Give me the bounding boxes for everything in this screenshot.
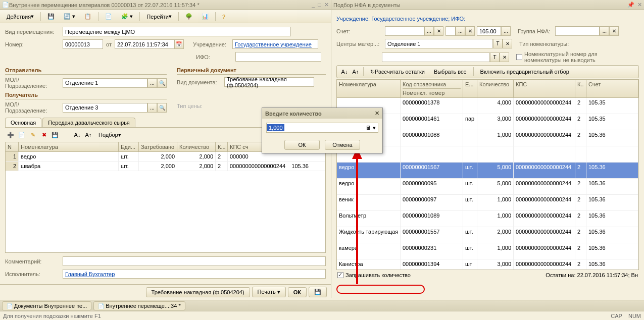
ifo-label: ИФО:: [196, 54, 232, 60]
modal-cancel-button[interactable]: Отмена: [325, 140, 360, 150]
acc-sel2[interactable]: ...: [456, 26, 465, 36]
tab-main[interactable]: Основная: [5, 118, 41, 127]
podbor-button[interactable]: Подбор ▾: [95, 130, 125, 140]
rcol-code[interactable]: Код справочникаНоменкл. номер: [401, 80, 463, 97]
table-row[interactable]: камера00000000231шт.1,000000000000000000…: [337, 243, 638, 259]
col-k[interactable]: К...: [216, 142, 228, 151]
account-input1[interactable]: [385, 26, 424, 36]
col-req[interactable]: Затребовано: [139, 142, 177, 151]
edit-icon[interactable]: ✎: [28, 130, 37, 139]
account-input2[interactable]: [445, 26, 456, 36]
acc-sel1[interactable]: ...: [424, 26, 434, 36]
group-input[interactable]: [555, 26, 600, 36]
task-item-1[interactable]: 📄 Документы Внутреннее пе...: [2, 301, 91, 310]
select-all-button[interactable]: Выбрать все: [430, 67, 470, 77]
tb-post-icon[interactable]: 📋: [81, 12, 95, 22]
qty-input[interactable]: 1,000🖩 ▾: [266, 123, 378, 133]
table-row[interactable]: Вольтметр0000000010891,00000000000000000…: [337, 211, 638, 227]
sender-search-icon[interactable]: 🔍: [157, 78, 167, 88]
table-row[interactable]: ведро00000000095шт.5,0000000000000000002…: [337, 179, 638, 195]
executor-input[interactable]: Главный Бухгалтер: [63, 269, 326, 279]
tb-help-icon[interactable]: ?: [219, 12, 229, 22]
comment-input[interactable]: [63, 256, 326, 266]
grp-x[interactable]: ✕: [609, 26, 619, 36]
rcol-e[interactable]: Е...: [463, 80, 477, 97]
minimize-icon[interactable]: _: [312, 2, 315, 8]
goto-menu[interactable]: Перейти ▾: [143, 12, 175, 22]
sender-sel-icon[interactable]: ...: [147, 78, 157, 88]
receiver-search-icon[interactable]: 🔍: [157, 103, 167, 113]
close-icon[interactable]: ✕: [324, 2, 329, 8]
cent-t[interactable]: T: [493, 39, 503, 48]
add-icon[interactable]: ➕: [6, 130, 15, 139]
nomcode-checkbox[interactable]: [516, 54, 522, 60]
sort-asc-icon[interactable]: A↓: [340, 67, 349, 76]
sort-asc-icon[interactable]: A↓: [73, 130, 82, 139]
tb-struct-icon[interactable]: 🧩 ▾: [118, 12, 136, 22]
ex-x[interactable]: ✕: [500, 52, 509, 62]
modal-ok-button[interactable]: ОК: [284, 140, 320, 150]
recalc-button[interactable]: ↻ Рассчитать остатки: [367, 67, 428, 77]
maximize-icon[interactable]: □: [318, 2, 321, 8]
col-nom[interactable]: Номенклатура: [19, 142, 119, 151]
copy-row-icon[interactable]: 📄: [17, 130, 26, 139]
date-input[interactable]: 22.07.2016 11:57:34: [115, 39, 174, 49]
cent-x[interactable]: ✕: [503, 39, 512, 48]
acc-sel3[interactable]: ...: [501, 26, 511, 36]
footer-doc-button[interactable]: Требование-накладная (ф.0504204): [146, 287, 250, 297]
table-row[interactable]: веник00000000097шт.1,0000000000000000002…: [337, 195, 638, 211]
date-picker-icon[interactable]: 📅: [174, 39, 184, 49]
tb-report-icon[interactable]: 📊: [198, 12, 212, 22]
tb-copy-icon[interactable]: 📄: [102, 12, 116, 22]
sort-desc-icon[interactable]: A↑: [84, 130, 93, 139]
modal-close-icon[interactable]: ✕: [375, 110, 379, 117]
ok-button[interactable]: ОК: [288, 287, 307, 297]
task-item-2[interactable]: 📄 Внутреннее перемеще...:34 *: [93, 301, 185, 310]
number-input[interactable]: 00000013: [63, 39, 103, 49]
rcol-nom[interactable]: Номенклатура: [337, 80, 401, 97]
col-unit[interactable]: Еди...: [119, 142, 139, 151]
sender-mol-input[interactable]: Отделение 1: [63, 78, 147, 88]
centers-input[interactable]: Отделение 1: [385, 39, 493, 48]
tb-refresh-icon[interactable]: 🔄 ▾: [60, 12, 79, 22]
table-row[interactable]: Жидкость тарирующая000000001557шт.2,0000…: [337, 227, 638, 243]
rcol-acc[interactable]: Счет: [586, 80, 638, 97]
tb-save-icon[interactable]: 💾: [44, 12, 58, 22]
tb-tree-icon[interactable]: 🌳: [182, 12, 196, 22]
delete-icon[interactable]: ✖: [39, 130, 48, 139]
print-button[interactable]: Печать ▾: [252, 287, 286, 297]
sort-desc-icon[interactable]: A↑: [351, 67, 360, 76]
extra-input[interactable]: [382, 52, 490, 62]
save-row-icon[interactable]: 💾: [51, 130, 60, 139]
table-row[interactable]: ведро000000001567шт.5,000000000000000000…: [337, 163, 638, 179]
left-grid[interactable]: N Номенклатура Еди... Затребовано Количе…: [5, 142, 326, 253]
table-row[interactable]: 2швабрашт.2,0002,0002000000000000000244 …: [6, 162, 325, 171]
ifo-input[interactable]: [235, 52, 321, 62]
ex-t[interactable]: T: [490, 52, 500, 62]
grp-sel[interactable]: ...: [600, 26, 609, 36]
org-input[interactable]: Государственное учреждение: [232, 39, 318, 49]
rcol-k[interactable]: К..: [575, 80, 586, 97]
col-qty[interactable]: Количество: [177, 142, 216, 151]
acc-x1[interactable]: ✕: [434, 26, 443, 36]
rcol-kps[interactable]: КПС: [514, 80, 575, 97]
actions-menu[interactable]: Действия ▾: [3, 12, 37, 22]
tab-transfer[interactable]: Передача давальческого сырья: [42, 118, 135, 127]
receiver-mol-input[interactable]: Отделение 3: [63, 103, 147, 113]
move-type-input[interactable]: Перемещение между ЦМО: [63, 27, 291, 36]
request-qty-checkbox[interactable]: [337, 272, 343, 278]
rcol-qty[interactable]: Количество: [477, 80, 514, 97]
col-n[interactable]: N: [6, 142, 19, 151]
table-row[interactable]: Канистра000000001394шт3,0000000000000000…: [337, 259, 638, 270]
move-up-icon[interactable]: [62, 130, 71, 139]
receiver-sel-icon[interactable]: ...: [147, 103, 157, 113]
right-org[interactable]: Учреждение: Государственное учреждение; …: [336, 16, 465, 22]
right-close-icon[interactable]: ✕: [637, 2, 642, 8]
prefilter-button[interactable]: Включить предварительный отбор: [477, 67, 573, 77]
qty-modal: Введите количество✕ 1,000🖩 ▾ ОК Отмена: [262, 108, 383, 153]
right-pin-icon[interactable]: 📌: [627, 2, 634, 8]
acc-x2[interactable]: ✕: [465, 26, 475, 36]
doc-type-input[interactable]: Требование-накладная (ф.0504204): [224, 77, 314, 87]
account-value[interactable]: 105.00: [477, 26, 501, 36]
save-footer-icon[interactable]: 💾: [309, 287, 327, 297]
